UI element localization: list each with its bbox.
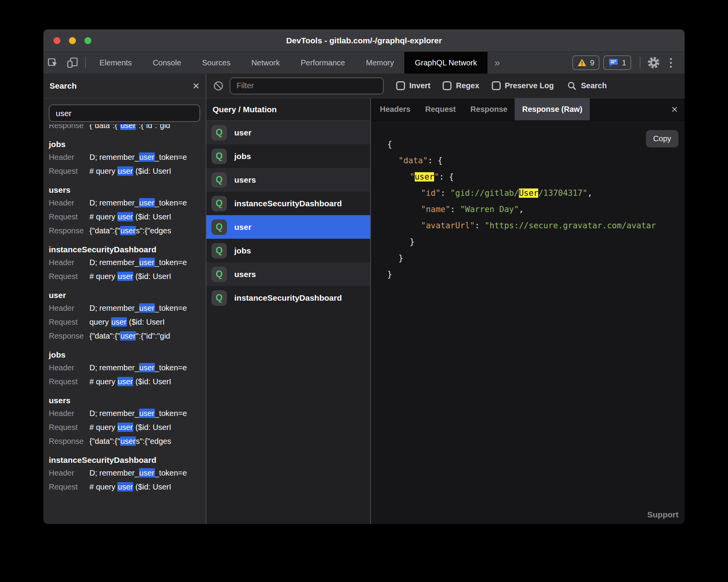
search-result-line[interactable]: HeaderD; remember_user_token=e <box>49 255 206 269</box>
search-result-line[interactable]: Response{"data":{"users":{"edges <box>49 224 206 238</box>
result-group-title[interactable]: users <box>49 184 206 196</box>
inspect-element-icon[interactable] <box>43 52 63 74</box>
preserve-log-label: Preserve Log <box>505 81 554 90</box>
toolbar-spacer <box>507 52 572 74</box>
more-tabs-icon[interactable]: » <box>488 52 507 74</box>
support-link[interactable]: Support <box>647 510 678 519</box>
query-icon: Q <box>211 219 227 235</box>
messages-badge[interactable]: 1 <box>603 55 631 70</box>
search-result-line[interactable]: Response{"data":{"users":{"edges <box>49 434 206 448</box>
result-group-title[interactable]: instanceSecurityDashboard <box>49 454 206 466</box>
search-result-line[interactable]: Request# query user ($id: UserI <box>49 375 206 389</box>
toolbar-divider <box>85 57 86 68</box>
search-result-line[interactable]: HeaderD; remember_user_token=e <box>49 196 206 210</box>
search-input[interactable] <box>49 104 200 122</box>
tab-memory[interactable]: Memory <box>355 52 404 74</box>
response-tabs: Headers Request Response Response (Raw) … <box>371 98 685 121</box>
result-group-title[interactable]: user <box>49 289 206 301</box>
traffic-lights <box>53 37 91 44</box>
query-list-item[interactable]: QinstanceSecurityDashboard <box>206 286 370 310</box>
window-zoom-button[interactable] <box>84 37 91 44</box>
result-group-title[interactable]: instanceSecurityDashboard <box>49 243 206 255</box>
search-result-group: users HeaderD; remember_user_token=e Req… <box>49 394 206 448</box>
response-raw-body: Copy { "data": { "user": { "id": "gid://… <box>371 121 685 524</box>
query-list-item[interactable]: Quser <box>206 121 370 144</box>
tab-network[interactable]: Network <box>241 52 290 74</box>
filter-toolbar: Invert Regex Preserve Log Search <box>206 74 685 98</box>
tab-request[interactable]: Request <box>418 98 463 120</box>
copy-button[interactable]: Copy <box>646 130 678 147</box>
search-result-line[interactable]: HeaderD; remember_user_token=e <box>49 466 206 480</box>
search-result-group: users HeaderD; remember_user_token=e Req… <box>49 184 206 238</box>
tab-console[interactable]: Console <box>142 52 191 74</box>
preserve-log-checkbox[interactable] <box>492 81 501 90</box>
invert-checkbox[interactable] <box>396 81 405 90</box>
result-group-title[interactable]: jobs <box>49 138 206 150</box>
search-result-line[interactable]: Request# query user ($id: UserI <box>49 164 206 178</box>
regex-checkbox[interactable] <box>443 81 452 90</box>
device-toolbar-icon[interactable] <box>63 52 82 74</box>
query-list-item[interactable]: Qusers <box>206 168 370 192</box>
preserve-log-checkbox-group: Preserve Log <box>492 81 554 90</box>
tab-response-raw[interactable]: Response (Raw) <box>515 98 590 120</box>
search-toggle-label: Search <box>581 81 607 90</box>
settings-gear-icon[interactable] <box>645 52 662 74</box>
toolbar-divider <box>640 57 640 68</box>
filter-input[interactable] <box>230 77 384 94</box>
warnings-badge[interactable]: 9 <box>572 55 599 70</box>
result-group-title[interactable]: jobs <box>49 349 206 361</box>
find-match-highlight: user <box>415 172 434 181</box>
message-count: 1 <box>622 58 626 67</box>
search-result-line[interactable]: Requestquery user ($id: UserI <box>49 315 206 329</box>
search-result-line[interactable]: Request# query user ($id: UserI <box>49 210 206 224</box>
clear-ban-icon[interactable] <box>213 80 224 92</box>
query-list-item[interactable]: Qjobs <box>206 144 370 168</box>
window-close-button[interactable] <box>53 37 60 44</box>
query-list-item-selected[interactable]: Quser <box>206 215 370 239</box>
query-list-header: Query / Mutation <box>206 98 370 121</box>
query-icon: Q <box>211 290 227 306</box>
query-list-item[interactable]: Qusers <box>206 262 370 286</box>
search-toggle[interactable]: Search <box>567 81 607 91</box>
tab-response[interactable]: Response <box>463 98 515 120</box>
kebab-menu-icon[interactable] <box>662 52 679 74</box>
result-group-title[interactable]: users <box>49 394 206 406</box>
search-result-line[interactable]: HeaderD; remember_user_token=e <box>49 361 206 375</box>
message-icon <box>608 58 618 67</box>
search-result-line[interactable]: Request# query user ($id: UserI <box>49 269 206 283</box>
tab-performance[interactable]: Performance <box>290 52 356 74</box>
regex-label: Regex <box>456 81 479 90</box>
search-result-group: user HeaderD; remember_user_token=e Requ… <box>49 289 206 343</box>
json-viewer: { "data": { "user": { "id": "gid://gitla… <box>387 136 685 282</box>
query-icon: Q <box>211 243 227 258</box>
search-result-line[interactable]: HeaderD; remember_user_token=e <box>49 406 206 420</box>
tab-headers[interactable]: Headers <box>373 98 418 120</box>
search-result-line[interactable]: Request# query user ($id: UserI <box>49 420 206 434</box>
search-result-line[interactable]: HeaderD; remember_user_token=e <box>49 301 206 315</box>
query-list-item[interactable]: Qjobs <box>206 239 370 262</box>
search-result-group: instanceSecurityDashboard HeaderD; remem… <box>49 243 206 283</box>
warning-icon <box>577 58 587 67</box>
search-result-line[interactable]: Response{"data":{"user":{"id":"gid <box>49 329 206 343</box>
query-list-item[interactable]: QinstanceSecurityDashboard <box>206 192 370 215</box>
tab-elements[interactable]: Elements <box>89 52 142 74</box>
close-icon[interactable]: × <box>671 103 678 116</box>
query-icon: Q <box>211 172 227 188</box>
search-panel-title: Search <box>50 81 77 91</box>
query-mutation-panel: Query / Mutation Quser Qjobs Qusers Qins… <box>206 98 370 524</box>
tab-graphql-network[interactable]: GraphQL Network <box>404 52 487 74</box>
close-icon[interactable]: × <box>192 80 199 92</box>
query-icon: Q <box>211 196 227 211</box>
window-minimize-button[interactable] <box>69 37 76 44</box>
search-result-group: jobs HeaderD; remember_user_token=e Requ… <box>49 349 206 389</box>
query-icon: Q <box>211 125 227 140</box>
invert-checkbox-group: Invert <box>396 81 430 90</box>
invert-label: Invert <box>409 81 430 90</box>
query-list: Quser Qjobs Qusers QinstanceSecurityDash… <box>206 121 370 310</box>
window-title: DevTools - gitlab.com/-/graphql-explorer <box>43 36 685 45</box>
search-result-line[interactable]: Request# query user ($id: UserI <box>49 480 206 494</box>
search-result-line[interactable]: HeaderD; remember_user_token=e <box>49 150 206 164</box>
tab-sources[interactable]: Sources <box>192 52 241 74</box>
search-result-line-clipped[interactable]: Response{"data":{"user":{"id":"gid <box>49 124 206 132</box>
regex-checkbox-group: Regex <box>443 81 479 90</box>
